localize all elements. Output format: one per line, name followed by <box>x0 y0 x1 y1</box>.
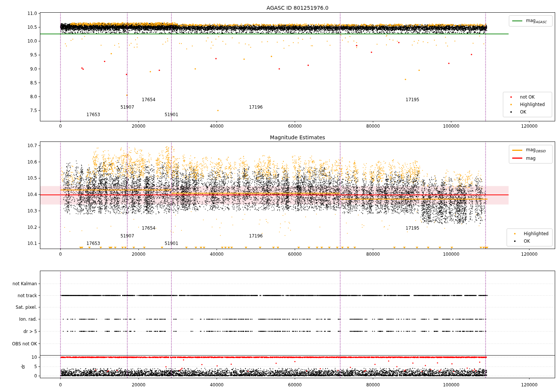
y-tick-label: 7.5 <box>0 108 37 113</box>
y-tick-label: 9.0 <box>0 66 37 72</box>
annotation-obsid: 51901 <box>165 241 178 246</box>
x-tick-label: 80000 <box>366 124 380 129</box>
y-tick-label: 10.3 <box>0 208 37 214</box>
annotation-obsid: 17654 <box>142 97 156 102</box>
y-tick-label: 10.6 <box>0 159 37 165</box>
annotation-obsid: 51907 <box>121 105 134 110</box>
annotation-obsid: 17653 <box>87 112 100 117</box>
x-tick-label: 0 <box>59 382 62 388</box>
y-tick-label: 10.0 <box>0 38 37 44</box>
flag-row-label: not track <box>0 293 37 298</box>
annotation-obsid: 17196 <box>249 105 263 110</box>
x-tick-label: 20000 <box>132 124 146 129</box>
flag-row-label: Sat. pixel. <box>0 305 37 310</box>
x-tick-label: 60000 <box>288 124 302 129</box>
legend-label-not-ok: not OK <box>520 94 535 100</box>
ok-dot-swatch <box>510 111 512 113</box>
y-tick-label: 10.4 <box>0 192 37 197</box>
mag-agasc-line-swatch <box>512 21 522 21</box>
x-tick-label: 120000 <box>521 382 538 388</box>
legend-row-mag: mag <box>512 154 549 162</box>
legend-label-ok-2: OK <box>524 239 530 244</box>
x-tick-label: 60000 <box>288 252 302 257</box>
y-tick-label: 10.2 <box>0 225 37 230</box>
annotation-obsid: 17195 <box>406 225 420 231</box>
x-tick-label: 20000 <box>132 382 146 388</box>
legend-label-mag-agasc: magAGASC <box>526 18 547 24</box>
legend-label-highlighted-2: Highlighted <box>524 231 548 236</box>
dr-tick-label: 0 <box>0 373 37 379</box>
y-tick-label: 8.5 <box>0 80 37 85</box>
x-tick-label: 40000 <box>210 382 224 388</box>
highlighted-dot-swatch-2 <box>514 233 516 234</box>
x-tick-label: 40000 <box>210 252 224 257</box>
annotation-obsid: 17196 <box>249 233 263 239</box>
y-tick-label: 10.5 <box>0 175 37 181</box>
legend-middle-classes: Highlighted OK <box>507 228 553 246</box>
x-tick-label: 80000 <box>366 382 380 388</box>
x-tick-label: 120000 <box>521 124 538 129</box>
dr-axis-label: dr <box>21 364 26 369</box>
flag-row-label: not Kalman <box>0 281 37 286</box>
top-plot-title: AGASC ID 801251976.0 <box>267 5 329 11</box>
x-tick-label: 60000 <box>288 382 302 388</box>
figure: AGASC ID 801251976.0 Magnitude Estimates… <box>0 0 560 392</box>
legend-row-ok: OK <box>506 108 549 116</box>
middle-plot-title: Magnitude Estimates <box>270 134 325 140</box>
flag-row-label: dr > 5 <box>0 329 37 334</box>
x-tick-label: 100000 <box>443 252 460 257</box>
x-tick-label: 100000 <box>443 382 460 388</box>
legend-top-classes: not OK Highlighted OK <box>503 92 552 117</box>
legend-label-highlighted: Highlighted <box>520 102 545 107</box>
legend-label-ok: OK <box>520 109 526 115</box>
x-tick-label: 120000 <box>521 252 538 257</box>
legend-row-not-ok: not OK <box>506 93 549 101</box>
flag-row-label: OBS not OK <box>0 341 37 346</box>
y-tick-label: 8.0 <box>0 94 37 99</box>
x-tick-label: 0 <box>59 124 62 129</box>
not-ok-dot-swatch <box>510 96 512 98</box>
annotation-obsid: 17195 <box>406 97 420 102</box>
mag-line-swatch <box>512 158 522 159</box>
y-tick-label: 9.5 <box>0 52 37 57</box>
legend-row-mag-obsid: magOBSID <box>512 146 549 154</box>
x-tick-label: 80000 <box>366 252 380 257</box>
annotation-obsid: 17654 <box>142 225 156 231</box>
y-tick-label: 10.7 <box>0 143 37 148</box>
dr-tick-label: 10 <box>0 355 37 360</box>
x-tick-label: 0 <box>59 252 62 257</box>
y-tick-label: 11.0 <box>0 11 37 16</box>
legend-label-mag: mag <box>526 156 536 161</box>
legend-row-ok-2: OK <box>510 237 549 245</box>
highlighted-dot-swatch <box>510 104 512 105</box>
annotation-obsid: 51907 <box>121 233 134 239</box>
mag-obsid-line-swatch <box>512 150 522 151</box>
legend-row-mag-agasc: magAGASC <box>512 17 549 25</box>
x-tick-label: 100000 <box>443 124 460 129</box>
y-tick-label: 10.1 <box>0 241 37 246</box>
legend-mag-agasc: magAGASC <box>509 15 553 27</box>
legend-row-highlighted: Highlighted <box>506 101 549 108</box>
flag-row-label: Ion. rad. <box>0 317 37 322</box>
annotation-obsid: 51901 <box>165 112 178 117</box>
annotation-obsid: 17653 <box>87 241 100 246</box>
legend-row-highlighted-2: Highlighted <box>510 230 549 237</box>
plot-canvas <box>0 0 560 392</box>
legend-mag-lines: magOBSID mag <box>509 145 553 164</box>
x-tick-label: 20000 <box>132 252 146 257</box>
ok-dot-swatch-2 <box>514 240 516 242</box>
x-tick-label: 40000 <box>210 124 224 129</box>
dr-tick-label: 5 <box>0 364 37 369</box>
y-tick-label: 10.5 <box>0 25 37 30</box>
legend-label-mag-obsid: magOBSID <box>526 147 545 153</box>
